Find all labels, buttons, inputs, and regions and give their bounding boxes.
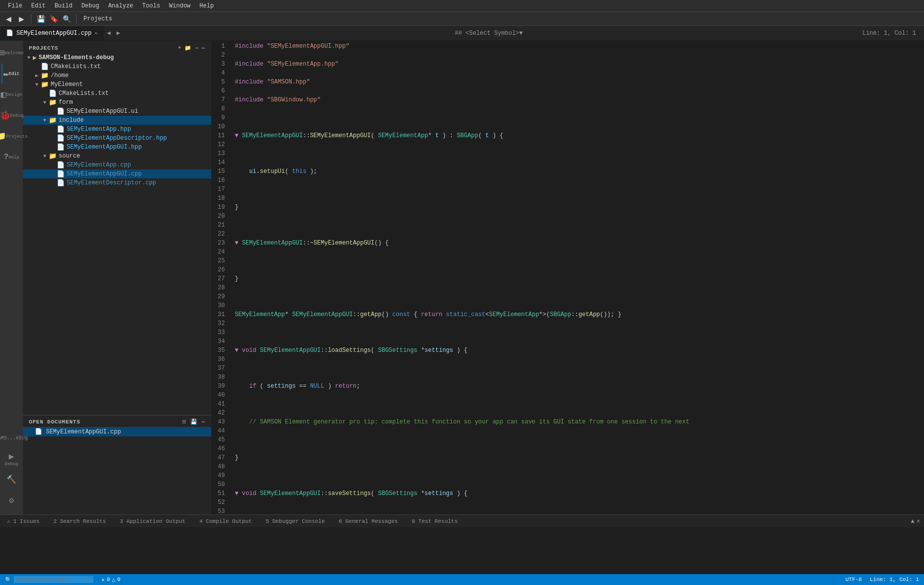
tree-hpp-2[interactable]: 📄 SEMyElementAppDescriptor.hpp xyxy=(23,134,211,143)
cmakelists-icon: 📄 xyxy=(41,63,49,71)
toolbar-search[interactable]: 🔍 xyxy=(61,13,72,24)
symbol-dropdown-icon: ▼ xyxy=(519,30,523,37)
projects-icon: 📁 xyxy=(0,131,6,142)
root-folder-icon: ▶ xyxy=(33,54,37,62)
menu-build[interactable]: Build xyxy=(51,1,77,10)
open-doc-active[interactable]: 📄 SEMyElementAppGUI.cpp xyxy=(23,427,211,436)
tree-myelement[interactable]: ▼ 📁 MyElement xyxy=(23,80,211,89)
status-line-col[interactable]: Line: 1, Col: 1 xyxy=(870,577,919,583)
menu-edit[interactable]: Edit xyxy=(27,1,50,10)
edit-label: Edit xyxy=(9,72,20,77)
status-encoding[interactable]: UTF-8 xyxy=(845,577,862,583)
panel-up-icon[interactable]: ▲ xyxy=(911,518,915,525)
tab-active-file[interactable]: 📄 SEMyElementAppGUI.cpp ✕ xyxy=(0,26,104,40)
menu-bar: File Edit Build Debug Analyze Tools Wind… xyxy=(0,0,924,12)
status-issues-count[interactable]: ✕ 0 △ 0 xyxy=(101,577,120,583)
menu-debug[interactable]: Debug xyxy=(78,1,103,10)
help-icon: ? xyxy=(3,153,8,162)
code-container[interactable]: 12345 678910 1112131415 1617181920 21222… xyxy=(212,41,924,514)
menu-window[interactable]: Window xyxy=(165,1,194,10)
locate-input[interactable] xyxy=(14,576,93,583)
activity-design[interactable]: ◧ Design xyxy=(1,84,21,104)
sidebar-new-file-icon[interactable]: + xyxy=(178,45,181,51)
tree-form[interactable]: ▼ 📁 form xyxy=(23,98,211,107)
code-text[interactable]: #include "SEMyElementAppGUI.hpp" #includ… xyxy=(229,41,924,514)
status-search[interactable]: 🔍 xyxy=(5,576,93,583)
bottom-content xyxy=(0,528,924,574)
tab-nav-forward[interactable]: ▶ xyxy=(114,26,123,40)
activity-help[interactable]: ? Help xyxy=(1,147,21,167)
panel-close-icon[interactable]: ✕ xyxy=(917,517,920,525)
activity-build[interactable]: 🔨 xyxy=(1,470,21,490)
tree-cmakelists-root[interactable]: 📄 CMakeLists.txt xyxy=(23,62,211,71)
tree-source[interactable]: ▼ 📁 source xyxy=(23,152,211,161)
activity-welcome[interactable]: ⊞ Welcome xyxy=(1,43,21,63)
bottom-tab-test[interactable]: 8 Test Results xyxy=(405,515,464,527)
sidebar-collapse-icon[interactable]: — xyxy=(195,45,198,51)
toolbar-forward[interactable]: ▶ xyxy=(16,13,27,24)
source-arrow: ▼ xyxy=(41,154,49,159)
sidebar-header-actions: + 📁 — ⋯ xyxy=(178,45,205,51)
main-area: ⊞ Welcome ✏ Edit ◧ Design 🐞 Debug 📁 Proj… xyxy=(0,41,924,514)
bottom-tab-bar: ⚠ 1 Issues 2 Search Results 3 Applicatio… xyxy=(0,515,924,528)
bottom-panel-actions: ▲ ✕ xyxy=(905,515,924,527)
tree-cpp-3[interactable]: 📄 SEMyElementDescriptor.cpp xyxy=(23,178,211,187)
activity-debug-run[interactable]: ▶ Debug xyxy=(1,449,21,469)
toolbar-save[interactable]: 💾 xyxy=(35,13,46,24)
tree-cpp-1[interactable]: 📄 SEMyElementApp.cpp xyxy=(23,161,211,169)
open-docs-header: Open Documents ⊟ 💾 ⋯ xyxy=(23,416,211,427)
tree-home[interactable]: ▶ 📁 /home xyxy=(23,71,211,80)
bottom-tab-compile[interactable]: 4 Compile Output xyxy=(192,515,259,527)
bottom-tab-app-output[interactable]: 3 Application Output xyxy=(113,515,192,527)
sams-debug-icon: SAMS...ebug xyxy=(0,435,28,441)
menu-tools[interactable]: Tools xyxy=(138,1,164,10)
activity-debug[interactable]: 🐞 Debug xyxy=(1,105,21,125)
form-folder-icon: 📁 xyxy=(49,98,57,106)
open-docs-more[interactable]: ⋯ xyxy=(202,418,205,425)
toolbar-back[interactable]: ◀ xyxy=(3,13,14,24)
bottom-tab-search-results[interactable]: 2 Search Results xyxy=(46,515,113,527)
me-cmake-icon: 📄 xyxy=(49,89,57,97)
tree-hpp-3[interactable]: 📄 SEMyElementAppGUI.hpp xyxy=(23,143,211,152)
sidebar-new-folder-icon[interactable]: 📁 xyxy=(184,45,192,51)
tree-include[interactable]: ▼ 📁 include xyxy=(23,116,211,125)
tab-nav-back[interactable]: ◀ xyxy=(104,26,113,40)
tab-file-icon: 📄 xyxy=(6,29,13,37)
tree-root[interactable]: ▼ ▶ SAMSON-Elements-debug xyxy=(23,53,211,62)
open-docs-save-all[interactable]: 💾 xyxy=(190,418,198,425)
menu-analyze[interactable]: Analyze xyxy=(104,1,137,10)
menu-file[interactable]: File xyxy=(4,1,26,10)
tab-symbol-selector[interactable]: # # <Select Symbol> ▼ xyxy=(449,26,529,40)
menu-help[interactable]: Help xyxy=(195,1,218,10)
general-label: 6 General Messages xyxy=(339,518,398,524)
bottom-tab-general[interactable]: 6 General Messages xyxy=(332,515,405,527)
tree-cpp-2-active[interactable]: 📄 SEMyElementAppGUI.cpp xyxy=(23,169,211,178)
issues-icon: ⚠ xyxy=(7,518,10,524)
open-docs-close-all[interactable]: ⊟ xyxy=(182,418,186,425)
activity-projects[interactable]: 📁 Projects xyxy=(1,126,21,146)
bottom-tab-debugger[interactable]: 5 Debugger Console xyxy=(259,515,332,527)
open-doc-label: SEMyElementAppGUI.cpp xyxy=(46,428,121,435)
tree-ui-file[interactable]: 📄 SEMyElementAppGUI.ui xyxy=(23,107,211,116)
source-folder-icon: 📁 xyxy=(49,152,57,160)
welcome-icon: ⊞ xyxy=(0,47,5,58)
activity-settings[interactable]: ⚙ xyxy=(1,491,21,510)
activity-sams-debug[interactable]: SAMS...ebug xyxy=(1,428,21,448)
design-label: Design xyxy=(6,92,22,97)
cpp2-label: SEMyElementAppGUI.cpp xyxy=(67,170,142,177)
welcome-label: Welcome xyxy=(5,51,24,56)
symbol-hash: # xyxy=(455,30,458,37)
tree-hpp-1[interactable]: 📄 SEMyElementApp.hpp xyxy=(23,125,211,134)
toolbar-bookmark[interactable]: 🔖 xyxy=(48,13,59,24)
tab-close-button[interactable]: ✕ xyxy=(94,30,97,36)
home-folder-icon: 📁 xyxy=(41,72,49,80)
tab-bar: 📄 SEMyElementAppGUI.cpp ✕ ◀ ▶ # # <Selec… xyxy=(0,26,924,41)
bottom-tab-issues[interactable]: ⚠ 1 Issues xyxy=(0,515,46,527)
debug-label: Debug xyxy=(10,113,24,118)
status-bar: 🔍 ✕ 0 △ 0 UTF-8 Line: 1, Col: 1 xyxy=(0,574,924,585)
open-docs-actions: ⊟ 💾 ⋯ xyxy=(182,418,205,425)
help-label: Help xyxy=(8,155,19,160)
activity-edit[interactable]: ✏ Edit xyxy=(1,64,21,84)
sidebar-more-icon[interactable]: ⋯ xyxy=(202,45,205,51)
tree-myelement-cmake[interactable]: 📄 CMakeLists.txt xyxy=(23,89,211,98)
